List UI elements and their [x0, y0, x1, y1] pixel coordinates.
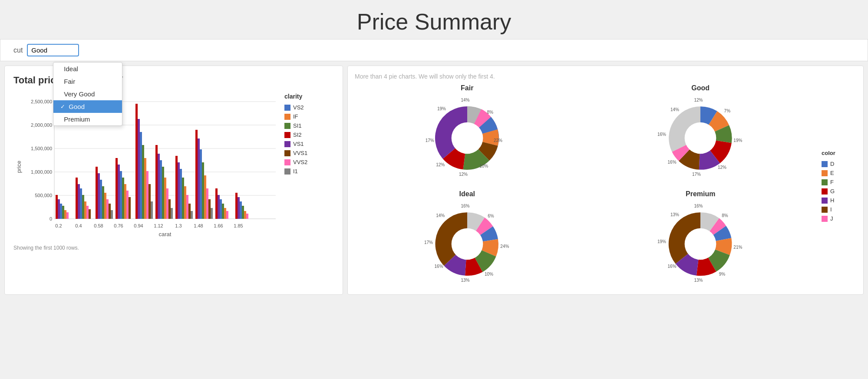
svg-text:16%: 16%: [461, 204, 469, 208]
svg-text:8%: 8%: [487, 110, 493, 115]
svg-rect-46: [118, 165, 120, 219]
svg-rect-75: [191, 211, 193, 219]
cut-select[interactable]: Ideal Fair Very Good Good Premium: [27, 44, 79, 56]
legend-color-f: [822, 179, 828, 185]
page-title: Price Summary: [0, 9, 868, 35]
svg-rect-72: [184, 186, 186, 219]
legend-color-si1: [284, 123, 290, 129]
svg-rect-37: [96, 167, 98, 219]
svg-rect-68: [175, 156, 178, 219]
svg-rect-89: [226, 211, 228, 219]
svg-rect-91: [238, 197, 240, 219]
pie-fair: Fair: [355, 84, 580, 181]
legend-item-f: F: [822, 179, 856, 185]
svg-rect-59: [151, 201, 153, 219]
pie-premium: Premium: [588, 190, 813, 287]
svg-rect-76: [195, 130, 198, 219]
pie-premium-svg: 8% 21% 9% 13% 16% 19% 13% 16%: [657, 201, 744, 287]
svg-rect-62: [160, 160, 162, 219]
svg-text:1.66: 1.66: [214, 223, 223, 228]
svg-rect-93: [242, 206, 244, 219]
svg-rect-79: [202, 162, 204, 219]
legend-item-vvs2: VVS2: [284, 159, 319, 165]
svg-text:17%: 17%: [424, 240, 433, 245]
y-axis-label: price: [16, 161, 22, 173]
svg-rect-58: [149, 184, 151, 219]
svg-text:19%: 19%: [657, 239, 666, 244]
svg-rect-39: [100, 180, 102, 219]
svg-rect-69: [178, 162, 180, 219]
svg-text:0.76: 0.76: [114, 223, 123, 228]
legend-item-i: I: [822, 206, 856, 213]
pie-ideal: Ideal: [355, 190, 580, 287]
svg-point-115: [451, 228, 483, 260]
svg-rect-65: [166, 188, 168, 219]
legend-item-si2: SI2: [284, 132, 319, 138]
svg-rect-31: [78, 184, 80, 219]
legend-item-e: E: [822, 170, 856, 176]
pie-area: Fair: [355, 84, 856, 287]
legend-item-j: J: [822, 215, 856, 222]
svg-rect-40: [102, 186, 104, 219]
legend-color-vvs2: [284, 159, 290, 165]
svg-rect-50: [126, 191, 129, 219]
dropdown-item-fair[interactable]: Fair: [53, 75, 122, 88]
svg-rect-28: [64, 210, 66, 219]
svg-rect-29: [66, 212, 69, 219]
pie-fair-svg: 8% 22% 10% 12% 12% 17% 19% 14%: [424, 95, 511, 181]
svg-rect-34: [84, 201, 86, 219]
svg-text:13%: 13%: [694, 278, 703, 283]
pie-premium-title: Premium: [686, 190, 715, 198]
svg-point-124: [685, 228, 716, 260]
svg-text:0.2: 0.2: [55, 223, 62, 228]
pie-good-svg: 7% 19% 12% 17% 16% 16% 14% 12%: [657, 95, 744, 181]
dropdown-item-verygood[interactable]: Very Good: [53, 88, 122, 100]
dropdown-item-premium[interactable]: Premium: [53, 113, 122, 125]
svg-text:12%: 12%: [694, 98, 703, 102]
svg-rect-60: [155, 145, 158, 219]
svg-text:0.4: 0.4: [75, 223, 82, 228]
svg-text:17%: 17%: [692, 172, 701, 177]
svg-text:14%: 14%: [436, 213, 445, 218]
svg-rect-85: [218, 195, 220, 219]
svg-text:16%: 16%: [694, 204, 703, 208]
svg-text:14%: 14%: [461, 98, 469, 102]
legend-item-i1: I1: [284, 168, 319, 175]
legend-item-vs1: VS1: [284, 141, 319, 147]
svg-text:500,000: 500,000: [35, 193, 52, 198]
pie-good: Good: [588, 84, 813, 181]
pie-ideal-title: Ideal: [459, 190, 475, 198]
svg-rect-45: [116, 158, 118, 219]
svg-text:17%: 17%: [425, 138, 434, 143]
legend-color-vvs1: [284, 150, 290, 156]
dropdown-item-good[interactable]: ✓ Good: [53, 100, 122, 113]
svg-text:carat: carat: [159, 231, 172, 237]
svg-rect-84: [215, 188, 218, 219]
svg-text:2,500,000: 2,500,000: [31, 99, 52, 104]
svg-text:16%: 16%: [657, 132, 666, 137]
svg-text:19%: 19%: [437, 106, 446, 111]
color-legend: color D E F G: [822, 84, 856, 287]
svg-point-97: [451, 122, 483, 154]
svg-rect-44: [111, 210, 113, 219]
svg-text:12%: 12%: [436, 162, 445, 167]
svg-text:16%: 16%: [668, 264, 677, 269]
chart-footnote: Showing the first 1000 rows.: [13, 245, 334, 251]
svg-text:24%: 24%: [500, 244, 509, 249]
dropdown-item-ideal[interactable]: Ideal: [53, 63, 122, 75]
legend-item-vvs1: VVS1: [284, 150, 319, 156]
svg-text:16%: 16%: [668, 160, 677, 165]
svg-text:6%: 6%: [488, 214, 494, 218]
legend-color-vs2: [284, 105, 290, 111]
svg-rect-64: [164, 178, 166, 219]
svg-rect-38: [98, 173, 100, 219]
svg-rect-92: [240, 201, 242, 219]
svg-rect-83: [211, 208, 213, 219]
page: Price Summary cut Ideal Fair Very Good G…: [0, 0, 868, 379]
cut-select-wrapper[interactable]: Ideal Fair Very Good Good Premium Ideal …: [27, 44, 79, 56]
svg-rect-78: [200, 149, 202, 219]
svg-text:10%: 10%: [485, 272, 493, 277]
svg-text:10%: 10%: [479, 164, 488, 168]
pie-good-title: Good: [691, 84, 710, 92]
svg-text:13%: 13%: [461, 278, 469, 283]
